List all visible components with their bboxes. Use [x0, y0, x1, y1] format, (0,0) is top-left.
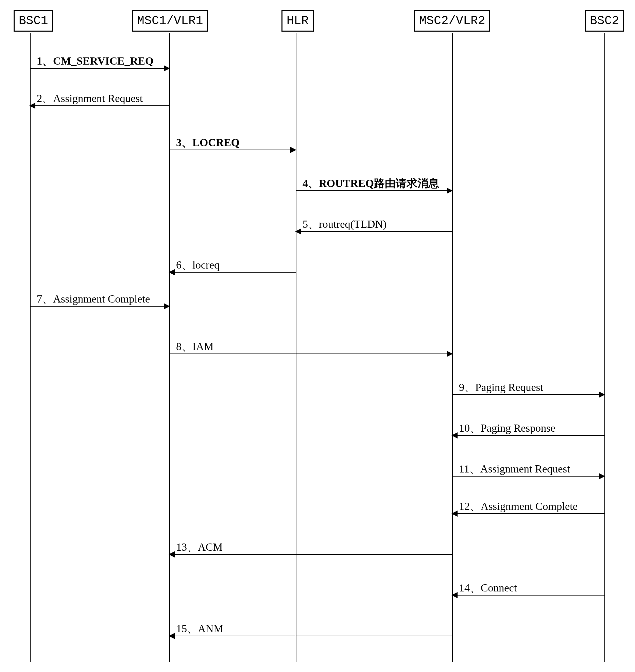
lifeline-msc1 — [169, 33, 170, 662]
lifeline-msc2 — [452, 33, 453, 662]
message-label: 9、Paging Request — [459, 380, 604, 395]
lifeline-bsc1 — [30, 33, 31, 662]
message-label: 13、ACM — [176, 540, 452, 555]
participant-msc1-vlr1: MSC1/VLR1 — [132, 10, 208, 32]
participant-msc2-vlr2: MSC2/VLR2 — [414, 10, 490, 32]
message-label: 6、locreq — [176, 258, 296, 273]
message-label: 12、Assignment Complete — [459, 499, 604, 514]
message-label: 5、routreq(TLDN) — [303, 217, 452, 232]
message-label: 7、Assignment Complete — [37, 292, 169, 307]
message-label: 4、ROUTREQ路由请求消息 — [303, 176, 452, 191]
message-label: 3、LOCREQ — [176, 135, 296, 150]
message-label: 8、IAM — [176, 339, 452, 354]
lifeline-bsc2 — [604, 33, 605, 662]
participant-bsc2: BSC2 — [585, 10, 624, 32]
message-label: 1、CM_SERVICE_REQ — [37, 54, 169, 69]
message-label: 10、Paging Response — [459, 421, 604, 436]
message-label: 11、Assignment Request — [459, 462, 604, 477]
message-label: 14、Connect — [459, 581, 604, 596]
message-label: 15、ANM — [176, 621, 452, 636]
participant-bsc1: BSC1 — [14, 10, 53, 32]
participant-hlr: HLR — [281, 10, 314, 32]
sequence-diagram: BSC1 MSC1/VLR1 HLR MSC2/VLR2 BSC2 1、CM_S… — [7, 7, 628, 665]
message-label: 2、Assignment Request — [37, 91, 169, 106]
